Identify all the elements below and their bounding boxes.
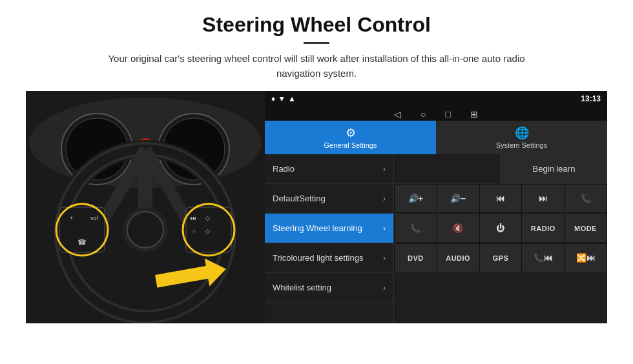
button-row-1: 🔊+ 🔊− ⏮ ⏭ 📞 — [394, 184, 607, 214]
back-nav-icon[interactable]: ◁ — [394, 109, 401, 118]
menu-item-whitelist[interactable]: Whitelist setting › — [265, 273, 393, 303]
next-track-icon: ⏭ — [539, 194, 547, 203]
signal-up-icon: ▲ — [288, 94, 296, 103]
begin-learn-button[interactable]: Begin learn — [501, 154, 607, 183]
title-section: Steering Wheel Control Your original car… — [26, 13, 607, 81]
tab-general-label: General Settings — [324, 141, 377, 149]
location-icon: ♦ — [271, 94, 275, 103]
menu-tricoloured-label: Tricoloured light settings — [273, 253, 383, 263]
power-icon: ⏻ — [496, 223, 504, 233]
button-row-3: DVD AUDIO GPS 📞⏮ 🔀⏭ — [394, 243, 607, 273]
menu-steering-label: Steering Wheel learning — [273, 223, 383, 234]
svg-text:◇: ◇ — [205, 228, 210, 234]
menu-item-steering[interactable]: Steering Wheel learning › — [265, 214, 393, 243]
chevron-icon: › — [383, 224, 386, 233]
tab-bar: ⚙ General Settings 🌐 System Settings — [265, 121, 607, 154]
mute-icon: 🔇 — [453, 223, 463, 233]
gps-button[interactable]: GPS — [480, 244, 522, 272]
tab-system[interactable]: 🌐 System Settings — [436, 121, 607, 154]
chevron-icon: › — [383, 254, 386, 263]
next-track-button[interactable]: ⏭ — [522, 185, 564, 212]
phone-prev-button[interactable]: 📞⏮ — [522, 244, 564, 272]
svg-text:⏭: ⏭ — [191, 215, 196, 221]
phone-icon: 📞 — [581, 194, 591, 203]
nav-bar: ◁ ○ □ ⊞ — [265, 106, 607, 121]
prev-track-button[interactable]: ⏮ — [480, 185, 522, 212]
steering-wheel-panel: + vol - ☎ ⏭ ◇ ○ ◇ — [26, 91, 265, 323]
radio-row: Begin learn — [394, 154, 607, 184]
tab-general[interactable]: ⚙ General Settings — [265, 121, 436, 154]
shuffle-next-icon: 🔀⏭ — [576, 253, 595, 263]
radio-button[interactable]: RADIO — [522, 214, 564, 242]
status-icons: ♦ ▼ ▲ — [271, 94, 296, 103]
page-wrapper: Steering Wheel Control Your original car… — [0, 0, 633, 330]
subtitle: Your original car's steering wheel contr… — [90, 52, 543, 81]
power-button[interactable]: ⏻ — [480, 214, 522, 242]
page-title: Steering Wheel Control — [26, 13, 607, 37]
answer-icon: 📞 — [410, 223, 420, 233]
recent-nav-icon[interactable]: □ — [446, 109, 451, 118]
general-settings-icon: ⚙ — [346, 126, 356, 140]
phone-button-1[interactable]: 📞 — [565, 185, 607, 212]
tab-system-label: System Settings — [496, 141, 547, 149]
status-time: 13:13 — [581, 94, 601, 103]
svg-text:-: - — [68, 228, 70, 234]
menu-item-default[interactable]: DefaultSetting › — [265, 184, 393, 214]
dvd-button[interactable]: DVD — [395, 244, 437, 272]
android-panel: ♦ ▼ ▲ 13:13 ◁ ○ □ ⊞ ⚙ General Settings — [265, 91, 607, 323]
audio-button[interactable]: AUDIO — [437, 244, 479, 272]
vol-down-icon: 🔊− — [450, 194, 466, 203]
shuffle-next-button[interactable]: 🔀⏭ — [565, 244, 607, 272]
svg-text:vol: vol — [90, 215, 98, 221]
menu-default-label: DefaultSetting — [273, 194, 383, 204]
mode-button[interactable]: MODE — [565, 214, 607, 242]
vol-down-button[interactable]: 🔊− — [437, 185, 479, 212]
home-nav-icon[interactable]: ○ — [420, 109, 426, 118]
signal-down-icon: ▼ — [278, 94, 285, 103]
apps-nav-icon[interactable]: ⊞ — [470, 109, 478, 118]
vol-up-icon: 🔊+ — [408, 194, 424, 203]
prev-track-icon: ⏮ — [496, 194, 504, 203]
menu-whitelist-label: Whitelist setting — [273, 283, 383, 293]
main-content: Radio › DefaultSetting › Steering Wheel … — [265, 154, 607, 323]
mute-button[interactable]: 🔇 — [437, 214, 479, 242]
phone-prev-icon: 📞⏮ — [534, 253, 552, 263]
controls-panel: Begin learn 🔊+ 🔊− ⏮ — [394, 154, 607, 323]
empty-cell — [394, 154, 501, 183]
menu-radio-label: Radio — [273, 164, 383, 174]
vol-up-button[interactable]: 🔊+ — [395, 185, 437, 212]
svg-text:☎: ☎ — [78, 238, 87, 246]
button-row-2: 📞 🔇 ⏻ RADIO MODE — [394, 214, 607, 243]
chevron-icon: › — [383, 283, 386, 292]
menu-list: Radio › DefaultSetting › Steering Wheel … — [265, 154, 394, 323]
svg-text:○: ○ — [192, 228, 196, 234]
svg-text:◇: ◇ — [205, 215, 210, 221]
status-bar: ♦ ▼ ▲ 13:13 — [265, 91, 607, 106]
svg-text:+: + — [70, 215, 73, 221]
menu-item-radio[interactable]: Radio › — [265, 154, 393, 184]
chevron-icon: › — [383, 165, 386, 174]
system-settings-icon: 🌐 — [515, 126, 529, 140]
menu-item-tricoloured[interactable]: Tricoloured light settings › — [265, 243, 393, 273]
content-area: + vol - ☎ ⏭ ◇ ○ ◇ — [26, 91, 607, 323]
chevron-icon: › — [383, 194, 386, 203]
answer-call-button[interactable]: 📞 — [395, 214, 437, 242]
svg-point-14 — [127, 212, 163, 248]
title-divider — [304, 42, 329, 44]
